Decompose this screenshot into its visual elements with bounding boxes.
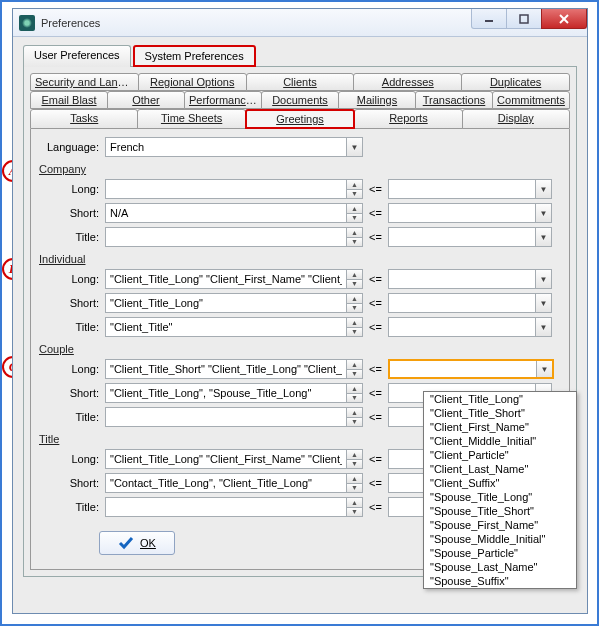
individual-long-input[interactable] — [106, 270, 346, 288]
dropdown-option[interactable]: "Spouse_Particle" — [424, 546, 576, 560]
individual-short-input[interactable] — [106, 294, 346, 312]
tab-user-preferences[interactable]: User Preferences — [23, 45, 131, 67]
spin-up-icon[interactable]: ▲ — [347, 228, 362, 238]
chevron-down-icon[interactable]: ▼ — [535, 294, 551, 312]
spin-up-icon[interactable]: ▲ — [347, 204, 362, 214]
spin-up-icon[interactable]: ▲ — [347, 294, 362, 304]
company-short-field[interactable]: ▲▼ — [105, 203, 363, 223]
company-short-input[interactable] — [106, 204, 346, 222]
individual-long-field[interactable]: ▲▼ — [105, 269, 363, 289]
couple-short-input[interactable] — [106, 384, 346, 402]
tab-clients[interactable]: Clients — [246, 73, 355, 91]
company-long-input[interactable] — [106, 180, 346, 198]
title-short-field[interactable]: ▲▼ — [105, 473, 363, 493]
minimize-button[interactable] — [471, 9, 507, 29]
tab-addresses[interactable]: Addresses — [353, 73, 462, 91]
couple-long-input[interactable] — [106, 360, 346, 378]
chevron-down-icon[interactable]: ▼ — [346, 138, 362, 156]
tab-documents[interactable]: Documents — [261, 91, 339, 109]
tab-greetings[interactable]: Greetings — [245, 109, 355, 129]
company-title-input[interactable] — [106, 228, 346, 246]
dropdown-option[interactable]: "Client_Title_Short" — [424, 406, 576, 420]
spin-down-icon[interactable]: ▼ — [347, 304, 362, 313]
tab-system-preferences[interactable]: System Preferences — [133, 45, 256, 67]
spin-down-icon[interactable]: ▼ — [347, 460, 362, 469]
spin-down-icon[interactable]: ▼ — [347, 214, 362, 223]
individual-title-input[interactable] — [106, 318, 346, 336]
chevron-down-icon[interactable]: ▼ — [535, 228, 551, 246]
chevron-down-icon[interactable]: ▼ — [536, 361, 552, 377]
spin-down-icon[interactable]: ▼ — [347, 508, 362, 517]
tab-transactions[interactable]: Transactions — [415, 91, 493, 109]
company-title-combo[interactable]: ▼ — [388, 227, 552, 247]
couple-title-field[interactable]: ▲▼ — [105, 407, 363, 427]
spin-down-icon[interactable]: ▼ — [347, 328, 362, 337]
close-button[interactable] — [541, 9, 587, 29]
spin-down-icon[interactable]: ▼ — [347, 394, 362, 403]
dropdown-option[interactable]: "Client_First_Name" — [424, 420, 576, 434]
tab-regional-options[interactable]: Regional Options — [138, 73, 247, 91]
spin-down-icon[interactable]: ▼ — [347, 280, 362, 289]
field-token-dropdown[interactable]: "Client_Title_Long""Client_Title_Short""… — [423, 391, 577, 589]
spin-down-icon[interactable]: ▼ — [347, 484, 362, 493]
combo-input[interactable] — [389, 205, 535, 221]
couple-long-combo[interactable]: ▼ — [388, 359, 554, 379]
individual-title-combo[interactable]: ▼ — [388, 317, 552, 337]
title-short-input[interactable] — [106, 474, 346, 492]
spin-up-icon[interactable]: ▲ — [347, 408, 362, 418]
individual-title-field[interactable]: ▲▼ — [105, 317, 363, 337]
spin-up-icon[interactable]: ▲ — [347, 360, 362, 370]
company-long-combo[interactable]: ▼ — [388, 179, 552, 199]
tab-display[interactable]: Display — [462, 109, 570, 129]
individual-long-combo[interactable]: ▼ — [388, 269, 552, 289]
couple-title-input[interactable] — [106, 408, 346, 426]
dropdown-option[interactable]: "Spouse_First_Name" — [424, 518, 576, 532]
combo-input[interactable] — [389, 271, 535, 287]
spin-up-icon[interactable]: ▲ — [347, 384, 362, 394]
spin-down-icon[interactable]: ▼ — [347, 370, 362, 379]
combo-input[interactable] — [389, 229, 535, 245]
company-long-field[interactable]: ▲▼ — [105, 179, 363, 199]
tab-other[interactable]: Other — [107, 91, 185, 109]
spin-down-icon[interactable]: ▼ — [347, 418, 362, 427]
couple-long-field[interactable]: ▲▼ — [105, 359, 363, 379]
tab-tasks[interactable]: Tasks — [30, 109, 138, 129]
title-title-input[interactable] — [106, 498, 346, 516]
spin-up-icon[interactable]: ▲ — [347, 450, 362, 460]
title-title-field[interactable]: ▲▼ — [105, 497, 363, 517]
combo-input[interactable] — [390, 361, 536, 377]
chevron-down-icon[interactable]: ▼ — [535, 180, 551, 198]
dropdown-option[interactable]: "Client_Last_Name" — [424, 462, 576, 476]
company-short-combo[interactable]: ▼ — [388, 203, 552, 223]
dropdown-option[interactable]: "Client_Particle" — [424, 448, 576, 462]
ok-button[interactable]: OK — [99, 531, 175, 555]
combo-input[interactable] — [389, 319, 535, 335]
individual-short-combo[interactable]: ▼ — [388, 293, 552, 313]
spin-down-icon[interactable]: ▼ — [347, 238, 362, 247]
company-title-field[interactable]: ▲▼ — [105, 227, 363, 247]
dropdown-option[interactable]: "Spouse_Suffix" — [424, 574, 576, 588]
couple-short-field[interactable]: ▲▼ — [105, 383, 363, 403]
spin-up-icon[interactable]: ▲ — [347, 270, 362, 280]
spin-up-icon[interactable]: ▲ — [347, 318, 362, 328]
title-long-input[interactable] — [106, 450, 346, 468]
tab-time-sheets[interactable]: Time Sheets — [137, 109, 245, 129]
combo-input[interactable] — [389, 295, 535, 311]
spin-up-icon[interactable]: ▲ — [347, 498, 362, 508]
tab-commitments[interactable]: Commitments — [492, 91, 570, 109]
dropdown-option[interactable]: "Spouse_Title_Short" — [424, 504, 576, 518]
titlebar[interactable]: Preferences — [13, 9, 587, 37]
combo-input[interactable] — [389, 181, 535, 197]
dropdown-option[interactable]: "Spouse_Middle_Initial" — [424, 532, 576, 546]
tab-performances[interactable]: Performances — [184, 91, 262, 109]
title-long-field[interactable]: ▲▼ — [105, 449, 363, 469]
tab-reports[interactable]: Reports — [354, 109, 462, 129]
chevron-down-icon[interactable]: ▼ — [535, 204, 551, 222]
dropdown-option[interactable]: "Client_Middle_Initial" — [424, 434, 576, 448]
chevron-down-icon[interactable]: ▼ — [535, 318, 551, 336]
chevron-down-icon[interactable]: ▼ — [535, 270, 551, 288]
dropdown-option[interactable]: "Client_Title_Long" — [424, 392, 576, 406]
dropdown-option[interactable]: "Spouse_Title_Long" — [424, 490, 576, 504]
maximize-button[interactable] — [506, 9, 542, 29]
tab-mailings[interactable]: Mailings — [338, 91, 416, 109]
